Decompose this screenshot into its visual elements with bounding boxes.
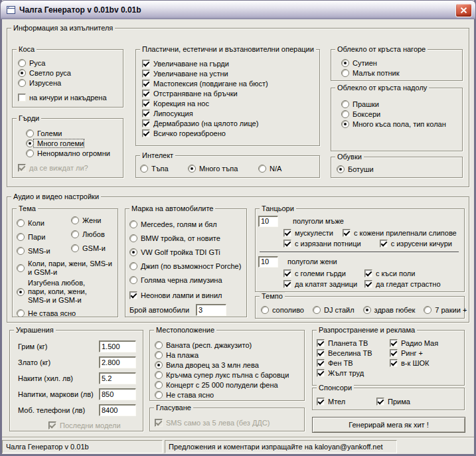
radio-option[interactable]: Много тъпа [188, 163, 258, 173]
radio-option[interactable]: Много големи [26, 138, 123, 148]
close-button[interactable] [455, 3, 472, 17]
radio-option[interactable]: BMW тройка, от новите [129, 231, 246, 245]
radio-option[interactable]: Ненормално огромни [26, 148, 123, 158]
radio-icon [17, 288, 25, 296]
checkbox-option[interactable]: Увеличаване на гърди [142, 58, 319, 68]
radio-option[interactable]: Вила дворец за 3 млн лева [155, 360, 304, 370]
checkbox-option[interactable]: Веселина ТВ [317, 348, 390, 358]
option-label: Много тъпа [196, 165, 238, 173]
radio-option[interactable]: VW Golf тройка TDI GTi [129, 245, 246, 259]
checkbox-option[interactable]: Планета ТВ [317, 338, 390, 348]
checkbox-option[interactable]: с големи гърди [283, 269, 355, 279]
radio-option[interactable]: GSM-и [71, 241, 106, 255]
checkbox-option[interactable]: Жълт труд [317, 368, 390, 378]
checkbox-option[interactable]: Неонови лампи и винил [129, 288, 246, 302]
radio-option[interactable]: Коли, пари, жени, SMS-и и GSM-и [17, 260, 118, 277]
checkbox-option[interactable]: Корекция на нос [142, 98, 319, 108]
titlebar[interactable]: Чалга Генератор v 0.01bv 0.01b [0, 0, 476, 19]
checkbox-option[interactable]: Мтел [317, 396, 376, 406]
checkbox-icon [142, 60, 150, 68]
radio-icon [155, 371, 163, 379]
radio-icon [341, 100, 349, 108]
radio-option[interactable]: DJ стайл [313, 305, 355, 315]
radio-option[interactable]: Боксери [341, 109, 462, 119]
option-label: Ботуши [345, 165, 374, 173]
checkbox-option[interactable]: да клатят задници [283, 279, 355, 289]
car-count-input[interactable] [196, 304, 226, 316]
checkbox-option[interactable]: в-к ШОК [390, 358, 438, 368]
radio-option[interactable]: Mercedes, голям и бял [129, 217, 246, 231]
radio-option[interactable]: SMS-и [17, 244, 71, 258]
radio-option[interactable]: Ваната (респ. джакузито) [155, 340, 304, 350]
radio-option[interactable]: Руса [18, 58, 123, 68]
checkbox-option[interactable]: с изрусени кичури [380, 239, 452, 249]
radio-option[interactable]: Голяма черна лимузина [129, 273, 246, 287]
checkbox-option[interactable]: Прима [376, 396, 410, 406]
checkbox-option[interactable]: Липосукция [142, 108, 319, 118]
option-label: да клатят задници [291, 280, 357, 288]
radio-option[interactable]: Прашки [341, 99, 462, 109]
makeup-kg-input[interactable] [99, 341, 136, 352]
radio-option[interactable]: Не става ясно [155, 390, 304, 400]
group-audio-video-title: Аудио и видео настройки [11, 192, 101, 200]
drinks-input[interactable] [99, 388, 136, 400]
radio-option[interactable]: здрав гюбек [363, 305, 416, 315]
checkbox-option[interactable]: Увеличаване на устни [142, 68, 319, 78]
radio-option[interactable]: Не става ясно [17, 308, 118, 318]
radio-option[interactable]: Малък потник [341, 68, 462, 78]
radio-option[interactable]: На плажа [155, 350, 304, 360]
option-label: с големи гърди [291, 269, 346, 277]
checkbox-option[interactable]: Всичко гореизброено [142, 128, 319, 138]
jewelry-input[interactable] [99, 372, 136, 384]
checkbox-icon [343, 229, 351, 237]
radio-option[interactable]: Любов [71, 227, 106, 241]
option-label: GSM-и [79, 244, 106, 252]
checkbox-option[interactable]: мускулести [283, 228, 333, 238]
checkbox-option[interactable]: Радио Мая [390, 338, 438, 348]
radio-option[interactable]: Светло руса [18, 68, 123, 78]
checkbox-option[interactable]: Мастопексия (повдигане на бюст) [142, 78, 319, 88]
generate-hit-button[interactable]: Генерирай мега як хит ! [312, 417, 465, 433]
checkbox-option[interactable]: с къси поли [364, 269, 415, 279]
gold-kg-input[interactable] [99, 356, 136, 368]
radio-option[interactable]: Сутиен [341, 58, 462, 68]
option-label: с изрусени кичури [388, 240, 452, 248]
radio-option[interactable]: Коли [17, 216, 71, 230]
checkbox-option[interactable]: Дермабразио (на цялото лице) [142, 118, 319, 128]
female-dancers-count-input[interactable] [258, 256, 278, 267]
radio-option[interactable]: Джип (по възможност Porche) [129, 259, 246, 273]
radio-option[interactable]: N/A [258, 163, 281, 173]
option-label: N/A [266, 165, 281, 173]
radio-icon [155, 391, 163, 399]
radio-option[interactable]: Кръчма супер лукс пълна с баровци [155, 370, 304, 380]
radio-option[interactable]: Ботуши [337, 164, 462, 174]
radio-option[interactable]: Пари [17, 230, 71, 244]
female-dancers-header: полуголи жени [258, 255, 460, 268]
car-count-row: Брой автомобили [129, 303, 246, 317]
radio-option[interactable]: Изгубена любов, пари, коли, жени, SMS-и … [17, 279, 118, 305]
radio-option[interactable]: Много къса пола, тип колан [341, 119, 462, 129]
radio-option[interactable]: сополиво [261, 305, 304, 315]
checkbox-icon [283, 269, 291, 277]
checkbox-option[interactable]: с кожени прилепнали слипове [343, 228, 457, 238]
app-window: Чалга Генератор v 0.01bv 0.01b Информаци… [0, 0, 476, 456]
radio-option[interactable]: Големи [26, 128, 123, 138]
checkbox-icon [390, 339, 398, 347]
phones-input[interactable] [99, 404, 136, 416]
checkbox-option[interactable]: Ринг + [390, 348, 438, 358]
male-dancers-header: полуголи мъже [258, 214, 460, 228]
radio-option[interactable]: Жени [71, 213, 106, 227]
checkbox-option[interactable]: с изрязани потници [283, 239, 361, 249]
option-label: Тъпа [148, 165, 169, 173]
male-dancers-label: полуголи мъже [293, 217, 344, 225]
checkbox-option[interactable]: да гледат страстно [364, 279, 441, 289]
checkbox-option[interactable]: Отстраняване на бръчки [142, 88, 319, 98]
radio-option[interactable]: 7 ракии + [424, 305, 467, 315]
radio-option[interactable]: Концерт с 25 000 полудели фена [155, 380, 304, 390]
checkbox-option[interactable]: на кичури и накъдрена [18, 92, 123, 102]
checkbox-option[interactable]: Фен ТВ [317, 358, 390, 368]
radio-option[interactable]: Изрусена [18, 78, 123, 88]
radio-option[interactable]: Тъпа [140, 163, 188, 173]
radio-icon [341, 59, 349, 67]
male-dancers-count-input[interactable] [258, 216, 278, 227]
